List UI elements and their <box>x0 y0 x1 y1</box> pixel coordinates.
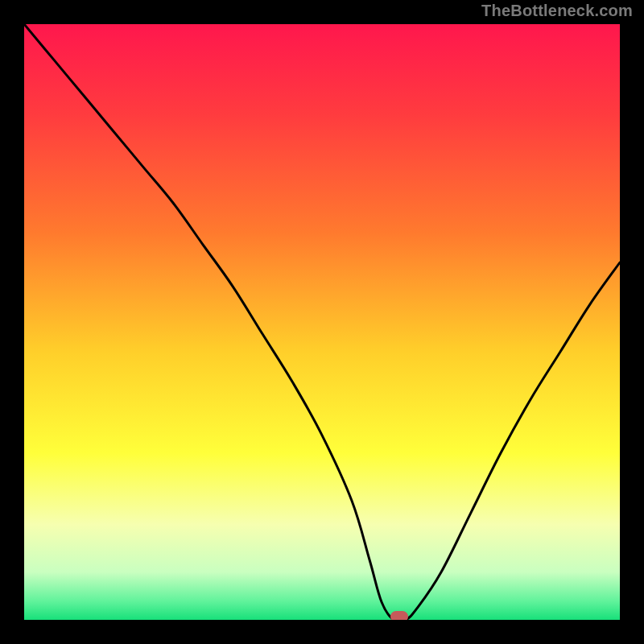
chart-frame: TheBottleneck.com <box>0 0 644 644</box>
watermark-text: TheBottleneck.com <box>481 2 633 20</box>
plot-area <box>24 24 620 620</box>
minimum-marker <box>390 611 408 620</box>
bottleneck-curve <box>24 24 620 620</box>
